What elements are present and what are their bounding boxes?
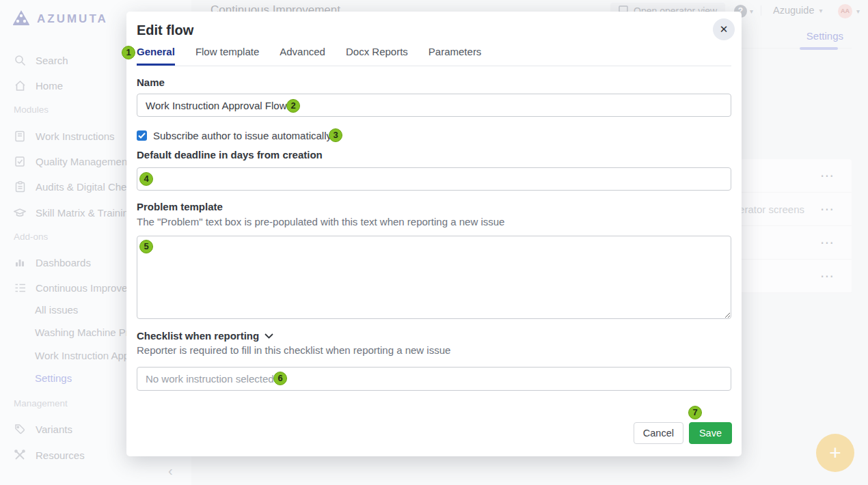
- subscribe-row: Subscribe author to issue automatically: [137, 130, 331, 141]
- problem-template-help: The "Problem" text box is pre-populated …: [137, 216, 504, 227]
- tab-general[interactable]: General: [137, 46, 175, 66]
- checklist-header: Checklist when reporting: [137, 330, 273, 342]
- annotation-badge-3: 3: [329, 128, 342, 142]
- tab-parameters[interactable]: Parameters: [429, 46, 482, 66]
- save-button[interactable]: Save: [689, 422, 732, 444]
- annotation-badge-7: 7: [688, 406, 702, 419]
- name-input[interactable]: [137, 94, 731, 117]
- checklist-label: Checklist when reporting: [137, 330, 259, 342]
- subscribe-label: Subscribe author to issue automatically: [153, 130, 331, 141]
- tab-advanced[interactable]: Advanced: [280, 46, 325, 66]
- annotation-badge-2: 2: [286, 99, 300, 113]
- chevron-down-icon[interactable]: [265, 333, 273, 339]
- problem-template-label: Problem template: [137, 201, 223, 212]
- deadline-label: Default deadline in days from creation: [137, 149, 323, 161]
- close-icon[interactable]: ✕: [713, 18, 735, 40]
- cancel-button[interactable]: Cancel: [634, 422, 683, 444]
- annotation-badge-4: 4: [139, 172, 153, 186]
- modal-tab-bar: General Flow template Advanced Docx Repo…: [137, 46, 731, 66]
- tab-flow-template[interactable]: Flow template: [195, 46, 259, 66]
- subscribe-checkbox[interactable]: [137, 130, 147, 141]
- annotation-badge-1: 1: [122, 46, 135, 59]
- annotation-badge-6: 6: [273, 372, 287, 385]
- modal-title: Edit flow: [137, 23, 193, 38]
- checklist-work-instruction-select[interactable]: No work instruction selected: [137, 367, 731, 391]
- problem-template-textarea[interactable]: [137, 236, 731, 319]
- deadline-input[interactable]: [137, 167, 731, 191]
- annotation-badge-5: 5: [139, 240, 153, 253]
- checklist-help: Reporter is required to fill in this che…: [137, 344, 450, 356]
- tab-docx-reports[interactable]: Docx Reports: [346, 46, 408, 66]
- check-icon: [138, 133, 146, 139]
- name-label: Name: [137, 77, 165, 88]
- edit-flow-modal: Edit flow ✕ General Flow template Advanc…: [126, 12, 742, 456]
- modal-footer: Cancel Save: [634, 422, 732, 444]
